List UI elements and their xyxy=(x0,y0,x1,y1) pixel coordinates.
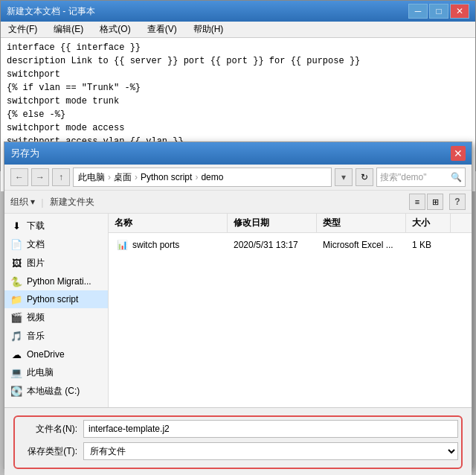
refresh-button[interactable]: ↻ xyxy=(356,168,373,186)
notepad-titlebar: 新建文本文档 - 记事本 ─ □ ✕ xyxy=(1,1,475,22)
file-name-cell: 📊switch ports xyxy=(109,236,228,254)
sidebar-item-icon: ☁ xyxy=(10,348,22,360)
sidebar-item-icon: 📄 xyxy=(10,239,22,251)
sidebar-item-label: 下载 xyxy=(27,220,45,232)
filename-input[interactable] xyxy=(83,420,458,438)
breadcrumb-sep3: › xyxy=(195,172,198,182)
dialog-bottom: 文件名(N): 保存类型(T): 所有文件 xyxy=(4,407,472,475)
sidebar-item-icon: 🖼 xyxy=(10,258,22,270)
dialog-title: 另存为 xyxy=(10,147,39,160)
new-folder-button[interactable]: 新建文件夹 xyxy=(50,196,94,208)
sidebar-item-label: 文档 xyxy=(27,238,45,251)
breadcrumb-root[interactable]: 此电脑 xyxy=(78,171,105,184)
sidebar-item-icon: 💽 xyxy=(10,386,22,398)
sidebar-item-下载[interactable]: ⬇下载 xyxy=(4,217,108,235)
breadcrumb-level3[interactable]: demo xyxy=(201,172,223,182)
view-tiles-button[interactable]: ⊞ xyxy=(427,194,443,210)
sidebar-item-图片[interactable]: 🖼图片 xyxy=(4,254,108,272)
sidebar-item-此电脑[interactable]: 💻此电脑 xyxy=(4,363,108,382)
sidebar-item-label: 音乐 xyxy=(27,330,45,342)
notepad-menubar: 文件(F) 编辑(E) 格式(O) 查看(V) 帮助(H) xyxy=(1,22,475,38)
sidebar-item-icon: 🎬 xyxy=(10,312,22,324)
notepad-minimize-button[interactable]: ─ xyxy=(408,4,428,19)
sidebar-item-音乐[interactable]: 🎵音乐 xyxy=(4,327,108,345)
sidebar-item-icon: 💻 xyxy=(10,367,22,379)
view-icons-group: ≡ ⊞ xyxy=(409,194,443,210)
filename-row: 文件名(N): xyxy=(18,420,458,438)
sidebar-item-本地磁盘-(c:)[interactable]: 💽本地磁盘 (C:) xyxy=(4,382,108,401)
sidebar-item-python-migrati...[interactable]: 🐍Python Migrati... xyxy=(4,272,108,290)
breadcrumb-level2[interactable]: Python script xyxy=(141,172,192,182)
sidebar-item-icon: 🐍 xyxy=(10,275,22,287)
file-icon: 📊 xyxy=(115,238,129,252)
sidebar-item-python-script[interactable]: 📁Python script xyxy=(4,290,108,308)
sidebar-item-label: Python Migrati... xyxy=(27,276,91,287)
file-date-cell: 2020/5/31 13:17 xyxy=(228,238,317,252)
filename-highlight-box: 文件名(N): 保存类型(T): 所有文件 xyxy=(13,415,463,469)
filetype-row: 保存类型(T): 所有文件 xyxy=(18,442,458,460)
sidebar-item-label: 图片 xyxy=(27,257,45,270)
col-header-size[interactable]: 大小 xyxy=(406,214,451,232)
help-button[interactable]: ? xyxy=(449,194,466,210)
col-header-name[interactable]: 名称 xyxy=(109,214,228,232)
sidebar-item-文档[interactable]: 📄文档 xyxy=(4,235,108,254)
dropdown-arrow-button[interactable]: ▾ xyxy=(335,168,353,186)
nav-back-button[interactable]: ← xyxy=(10,168,28,186)
dialog-filelist: 名称 修改日期 类型 大小 📊switch ports2020/5/31 13:… xyxy=(109,214,472,407)
dialog-titlebar: 另存为 ✕ xyxy=(4,142,472,165)
sidebar-item-label: OneDrive xyxy=(27,349,65,360)
dialog-main-content: ⬇下载📄文档🖼图片🐍Python Migrati...📁Python scrip… xyxy=(4,214,472,407)
file-size-cell: 1 KB xyxy=(406,238,451,252)
menu-file[interactable]: 文件(F) xyxy=(4,22,42,37)
notepad-titlebar-buttons: ─ □ ✕ xyxy=(408,4,469,19)
dialog-nav-toolbar: ← → ↑ 此电脑 › 桌面 › Python script › demo ▾ … xyxy=(4,165,472,191)
notepad-close-button[interactable]: ✕ xyxy=(450,4,469,19)
nav-forward-button[interactable]: → xyxy=(31,168,49,186)
menu-help[interactable]: 帮助(H) xyxy=(189,22,228,37)
search-placeholder: 搜索"demo" xyxy=(380,171,427,184)
sidebar-item-onedrive[interactable]: ☁OneDrive xyxy=(4,345,108,363)
sidebar-item-视频[interactable]: 🎬视频 xyxy=(4,308,108,327)
sidebar-item-icon: 📁 xyxy=(10,293,22,305)
sidebar-item-icon: 🎵 xyxy=(10,331,22,342)
filetype-label: 保存类型(T): xyxy=(18,445,77,458)
table-row[interactable]: 📊switch ports2020/5/31 13:17Microsoft Ex… xyxy=(109,233,472,257)
col-header-date[interactable]: 修改日期 xyxy=(228,214,317,232)
breadcrumb-bar: 此电脑 › 桌面 › Python script › demo xyxy=(73,168,332,187)
nav-up-button[interactable]: ↑ xyxy=(52,168,70,186)
filelist-header: 名称 修改日期 类型 大小 xyxy=(109,214,472,233)
view-list-button[interactable]: ≡ xyxy=(409,194,425,210)
breadcrumb-sep2: › xyxy=(135,172,138,182)
dialog-organize-toolbar: 组织 ▾ | 新建文件夹 ≡ ⊞ ? xyxy=(4,191,472,214)
sidebar-item-label: Python script xyxy=(27,294,78,305)
dialog-close-button[interactable]: ✕ xyxy=(451,146,466,161)
sidebar-item-label: 视频 xyxy=(27,311,45,324)
menu-view[interactable]: 查看(V) xyxy=(143,22,181,37)
menu-format[interactable]: 格式(O) xyxy=(95,22,135,37)
filetype-select[interactable]: 所有文件 xyxy=(83,442,458,460)
notepad-title: 新建文本文档 - 记事本 xyxy=(7,5,95,18)
filename-label: 文件名(N): xyxy=(18,423,77,436)
dialog-sidebar: ⬇下载📄文档🖼图片🐍Python Migrati...📁Python scrip… xyxy=(4,214,109,407)
breadcrumb-level1[interactable]: 桌面 xyxy=(114,171,132,184)
notepad-maximize-button[interactable]: □ xyxy=(429,4,448,19)
col-header-type[interactable]: 类型 xyxy=(317,214,406,232)
search-box: 搜索"demo" 🔍 xyxy=(376,168,466,187)
sidebar-item-label: 此电脑 xyxy=(27,366,54,379)
breadcrumb-sep1: › xyxy=(108,172,111,182)
file-rows-container: 📊switch ports2020/5/31 13:17Microsoft Ex… xyxy=(109,233,472,257)
search-icon[interactable]: 🔍 xyxy=(451,172,462,182)
organize-button[interactable]: 组织 ▾ xyxy=(10,196,35,208)
menu-edit[interactable]: 编辑(E) xyxy=(49,22,88,37)
saveas-dialog: 另存为 ✕ ← → ↑ 此电脑 › 桌面 › Python script › d… xyxy=(4,141,472,469)
sidebar-item-icon: ⬇ xyxy=(10,220,22,232)
sidebar-item-label: 本地磁盘 (C:) xyxy=(27,385,80,398)
file-type-cell: Microsoft Excel ... xyxy=(317,238,406,252)
